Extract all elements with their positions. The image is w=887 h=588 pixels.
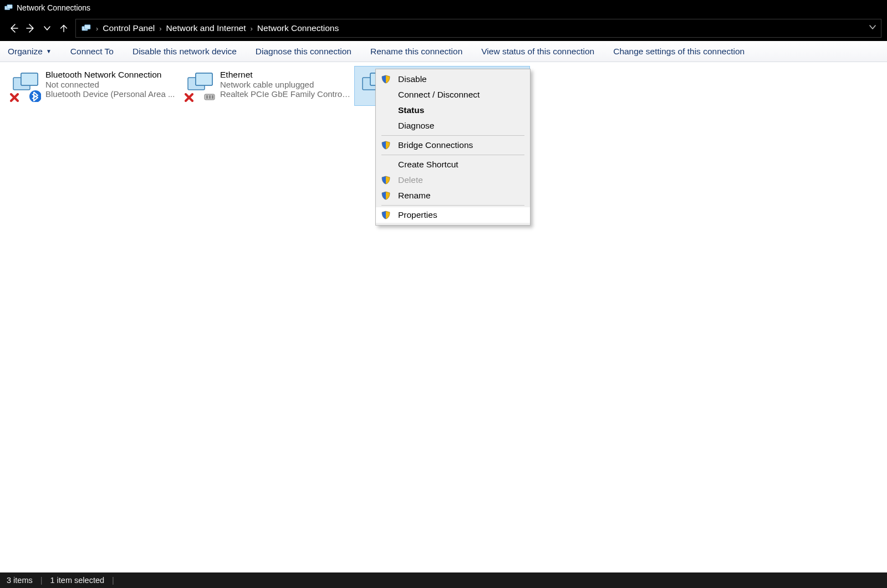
menu-item-bridge-connections[interactable]: Bridge Connections <box>376 137 530 153</box>
status-bar: 3 items | 1 item selected | <box>0 572 887 588</box>
connect-to-button[interactable]: Connect To <box>70 47 114 57</box>
recent-locations-button[interactable] <box>39 20 55 37</box>
status-separator: | <box>112 576 114 585</box>
window-title: Network Connections <box>17 3 90 12</box>
breadcrumb-dropdown-button[interactable] <box>869 23 876 33</box>
connection-item-ethernet[interactable]: Ethernet Network cable unplugged Realtek… <box>180 67 355 105</box>
status-selected-count: 1 item selected <box>50 576 105 585</box>
change-settings-button[interactable]: Change settings of this connection <box>613 47 745 57</box>
connection-item-bluetooth[interactable]: Bluetooth Network Connection Not connect… <box>6 67 180 105</box>
svg-rect-9 <box>209 95 211 99</box>
shield-icon <box>381 141 390 150</box>
connection-name: Bluetooth Network Connection <box>45 70 177 80</box>
shield-icon <box>381 211 390 219</box>
network-icon <box>9 70 41 102</box>
shield-icon <box>381 176 390 185</box>
chevron-right-icon: › <box>96 24 98 33</box>
breadcrumb-part[interactable]: Network Connections <box>257 23 339 33</box>
context-menu: Disable Connect / Disconnect Status Diag… <box>375 69 531 226</box>
connection-device: Realtek PCIe GbE Family Controller <box>220 89 351 99</box>
chevron-down-icon <box>43 24 51 32</box>
disable-device-button[interactable]: Disable this network device <box>132 47 237 57</box>
menu-item-status[interactable]: Status <box>376 103 530 118</box>
rename-connection-button[interactable]: Rename this connection <box>370 47 462 57</box>
status-item-count: 3 items <box>7 576 33 585</box>
breadcrumb-part[interactable]: Network and Internet <box>166 23 246 33</box>
connection-device: Bluetooth Device (Personal Area ... <box>45 89 177 99</box>
diagnose-connection-button[interactable]: Diagnose this connection <box>256 47 351 57</box>
breadcrumb[interactable]: › Control Panel › Network and Internet ›… <box>75 19 881 38</box>
window-icon <box>3 3 13 13</box>
chevron-right-icon: › <box>159 24 161 33</box>
organize-button[interactable]: Organize ▼ <box>8 47 52 57</box>
title-bar: Network Connections <box>0 0 887 16</box>
connection-status: Network cable unplugged <box>220 80 351 89</box>
menu-separator <box>381 205 524 206</box>
menu-item-disable[interactable]: Disable <box>376 71 530 87</box>
menu-item-create-shortcut[interactable]: Create Shortcut <box>376 157 530 172</box>
view-status-button[interactable]: View status of this connection <box>481 47 594 57</box>
arrow-right-icon <box>25 23 36 34</box>
network-icon <box>183 70 216 102</box>
svg-rect-8 <box>206 95 208 99</box>
connection-status: Not connected <box>45 80 177 89</box>
svg-rect-10 <box>212 95 213 99</box>
menu-separator <box>381 155 524 155</box>
caret-down-icon: ▼ <box>46 48 52 54</box>
menu-item-properties[interactable]: Properties <box>376 207 530 223</box>
arrow-up-icon <box>59 23 69 33</box>
status-separator: | <box>40 576 43 585</box>
arrow-left-icon <box>8 23 19 34</box>
menu-item-rename[interactable]: Rename <box>376 188 530 203</box>
command-bar: Organize ▼ Connect To Disable this netwo… <box>0 41 887 62</box>
location-icon <box>80 23 91 34</box>
navigation-bar: › Control Panel › Network and Internet ›… <box>0 16 887 41</box>
chevron-right-icon: › <box>251 24 253 33</box>
shield-icon <box>381 75 390 84</box>
back-button[interactable] <box>6 20 22 37</box>
connection-name: Ethernet <box>220 70 351 80</box>
chevron-down-icon <box>869 23 876 31</box>
forward-button[interactable] <box>22 20 39 37</box>
menu-item-connect-disconnect[interactable]: Connect / Disconnect <box>376 87 530 103</box>
breadcrumb-part[interactable]: Control Panel <box>103 23 155 33</box>
menu-item-delete: Delete <box>376 172 530 188</box>
menu-item-diagnose[interactable]: Diagnose <box>376 118 530 134</box>
content-pane[interactable]: Bluetooth Network Connection Not connect… <box>0 62 887 572</box>
shield-icon <box>381 191 390 200</box>
up-button[interactable] <box>55 20 72 37</box>
menu-separator <box>381 135 524 136</box>
